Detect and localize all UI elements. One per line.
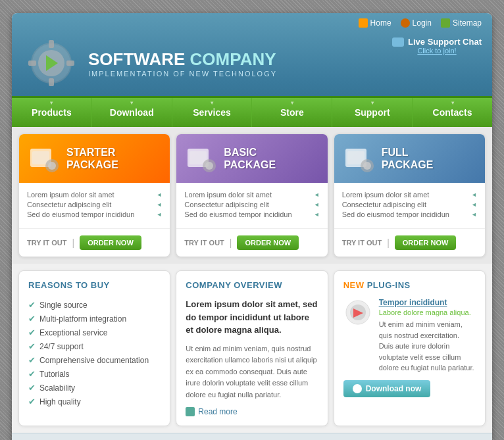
svg-point-10 — [48, 162, 56, 170]
starter-try-link[interactable]: TRY IT OUT — [27, 239, 67, 247]
live-support: Live Support Chat Click to join! — [392, 37, 482, 55]
svg-rect-5 — [66, 61, 74, 66]
header-top: Home Login Sitemap — [12, 13, 492, 30]
login-link[interactable]: Login — [401, 18, 432, 28]
reasons-title: REASONS TO BUY — [28, 280, 161, 290]
check-icon: ✔ — [28, 328, 36, 337]
overview-bold-text: Lorem ipsum dolor sit amet, sed do tempo… — [186, 298, 318, 337]
nav-download[interactable]: Download — [92, 98, 172, 127]
login-icon — [401, 18, 410, 28]
download-button[interactable]: Download now — [343, 380, 431, 397]
basic-try-link[interactable]: TRY IT OUT — [184, 239, 224, 247]
svg-point-14 — [205, 162, 213, 170]
read-more-link[interactable]: Read more — [186, 407, 318, 416]
header: Home Login Sitemap — [12, 13, 492, 127]
reason-item: ✔24/7 support — [28, 339, 161, 353]
site-title: SOFTWARE COMPANY — [88, 49, 277, 70]
chat-sub-link[interactable]: Click to join! — [392, 47, 482, 55]
starter-package-body: Lorem ipsum dolor sit amet Consectetur a… — [19, 183, 170, 228]
lower-sections: REASONS TO BUY ✔Single source ✔Multi-pla… — [12, 264, 492, 433]
full-package-icon — [342, 142, 375, 175]
reason-item: ✔Scalability — [28, 381, 161, 395]
download-icon — [353, 384, 362, 393]
sitemap-icon — [441, 18, 450, 28]
full-order-button[interactable]: ORDER NOW — [395, 235, 457, 250]
logo-gear — [25, 37, 78, 89]
sitemap-link[interactable]: Sitemap — [441, 18, 482, 28]
overview-section: COMPANY OVERVIEW Lorem ipsum dolor sit a… — [176, 270, 328, 426]
basic-package-header: BASIC PACKAGE — [176, 134, 327, 183]
plugin-icon — [343, 298, 372, 327]
site-tagline: IMPLEMENTATION OF NEW TECHNOLOGY — [88, 70, 277, 78]
full-package-footer: TRY IT OUT | ORDER NOW — [334, 228, 485, 257]
starter-package-footer: TRY IT OUT | ORDER NOW — [19, 228, 170, 257]
check-icon: ✔ — [28, 300, 36, 310]
basic-package-icon — [184, 142, 217, 175]
packages-section: STARTER PACKAGE Lorem ipsum dolor sit am… — [12, 127, 492, 264]
nav-products[interactable]: Products — [12, 98, 92, 127]
plugin-item: Tempor incididunt Labore dolore magna al… — [343, 298, 476, 374]
check-icon: ✔ — [28, 369, 36, 379]
chat-bubble-icon — [392, 37, 404, 47]
footer: Copyright © 2004-2007 Software Company. … — [12, 433, 492, 440]
check-icon: ✔ — [28, 397, 36, 406]
reasons-list: ✔Single source ✔Multi-platform integrati… — [28, 298, 161, 408]
overview-body-text: Ut enim ad minim veniam, quis nostrud ex… — [186, 343, 318, 401]
nav-store[interactable]: Store — [252, 98, 332, 127]
starter-order-button[interactable]: ORDER NOW — [80, 235, 141, 250]
starter-package-icon — [27, 142, 60, 175]
plugins-title: NEW PLUG-INS — [343, 280, 476, 290]
plugin-text: Ut enim ad minim veniam, quis nostrud ex… — [379, 319, 476, 374]
basic-package-card: BASIC PACKAGE Lorem ipsum dolor sit amet… — [176, 134, 328, 257]
check-icon: ✔ — [28, 355, 36, 365]
footer-divider: | — [72, 237, 75, 248]
reason-item: ✔Exceptional service — [28, 326, 161, 339]
reason-item: ✔Single source — [28, 298, 161, 312]
basic-order-button[interactable]: ORDER NOW — [237, 235, 299, 250]
basic-package-title: BASIC PACKAGE — [224, 146, 276, 171]
svg-rect-4 — [28, 61, 36, 66]
full-try-link[interactable]: TRY IT OUT — [342, 239, 382, 247]
svg-rect-3 — [49, 78, 54, 86]
chat-label: Live Support Chat — [392, 37, 482, 47]
starter-package-title: STARTER PACKAGE — [66, 146, 118, 171]
top-nav: Home Login Sitemap — [359, 18, 482, 28]
plugins-section: NEW PLUG-INS Tempor incididunt Labore do… — [334, 270, 486, 426]
main-nav: Products Download Services Store Support… — [12, 96, 492, 127]
basic-package-footer: TRY IT OUT | ORDER NOW — [176, 228, 327, 257]
page-wrapper: Home Login Sitemap — [12, 13, 492, 440]
logo-text: SOFTWARE COMPANY IMPLEMENTATION OF NEW T… — [88, 49, 277, 78]
home-icon — [359, 18, 368, 28]
full-package-header: FULL PACKAGE — [334, 134, 485, 183]
full-package-body: Lorem ipsum dolor sit amet Consectetur a… — [334, 183, 485, 228]
overview-title: COMPANY OVERVIEW — [186, 280, 318, 290]
check-icon: ✔ — [28, 341, 36, 351]
reason-item: ✔High quality — [28, 395, 161, 408]
starter-package-header: STARTER PACKAGE — [19, 134, 170, 183]
footer-divider3: | — [387, 237, 390, 248]
logo-area: SOFTWARE COMPANY IMPLEMENTATION OF NEW T… — [12, 30, 492, 96]
read-more-icon — [186, 407, 195, 416]
svg-point-18 — [363, 162, 371, 170]
full-package-title: FULL PACKAGE — [382, 146, 434, 171]
footer-divider2: | — [230, 237, 232, 248]
reason-item: ✔Comprehensive documentation — [28, 353, 161, 367]
nav-contacts[interactable]: Contacts — [413, 98, 492, 127]
nav-services[interactable]: Services — [172, 98, 253, 127]
plugin-subtitle: Labore dolore magna aliqua. — [379, 308, 476, 316]
starter-package-card: STARTER PACKAGE Lorem ipsum dolor sit am… — [18, 134, 170, 257]
svg-rect-2 — [49, 40, 54, 48]
reason-item: ✔Tutorials — [28, 367, 161, 381]
reason-item: ✔Multi-platform integration — [28, 312, 161, 326]
basic-package-body: Lorem ipsum dolor sit amet Consectetur a… — [176, 183, 327, 228]
home-link[interactable]: Home — [359, 18, 391, 28]
check-icon: ✔ — [28, 383, 36, 393]
reasons-section: REASONS TO BUY ✔Single source ✔Multi-pla… — [18, 270, 170, 426]
nav-support[interactable]: Support — [332, 98, 413, 127]
plugin-content: Tempor incididunt Labore dolore magna al… — [379, 298, 476, 374]
check-icon: ✔ — [28, 314, 36, 324]
full-package-card: FULL PACKAGE Lorem ipsum dolor sit amet … — [334, 134, 486, 257]
plugin-title: Tempor incididunt — [379, 298, 476, 307]
